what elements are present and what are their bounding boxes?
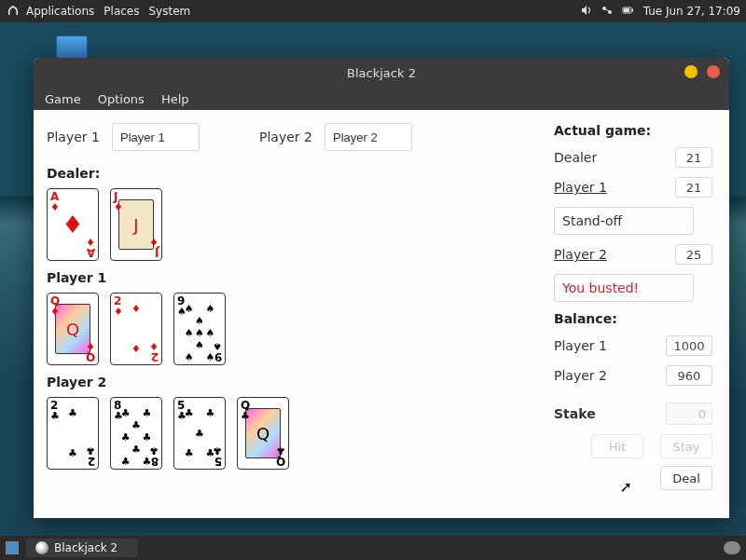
- player2-section-label: Player 2: [47, 375, 541, 389]
- playing-card: A♦A♦♦: [47, 188, 99, 261]
- window-minimize-button[interactable]: [684, 65, 698, 78]
- stay-button[interactable]: Stay: [660, 434, 712, 458]
- balance-player1-label: Player 1: [554, 338, 607, 353]
- playing-card: 2♦2♦♦♦: [110, 293, 162, 365]
- window-title: Blackjack 2: [347, 66, 416, 80]
- system-menu-applications[interactable]: Applications: [26, 5, 94, 18]
- playing-card: 2♣2♣♣♣: [47, 397, 99, 470]
- show-desktop-button[interactable]: [6, 541, 19, 554]
- balance-player2-value: 960: [666, 365, 712, 386]
- menu-game[interactable]: Game: [45, 92, 81, 106]
- app-window: Blackjack 2 Game Options Help Player 1 P…: [34, 58, 729, 518]
- playing-card: 9♠9♠♠♠♠♠♠♠♠♠♠: [173, 293, 226, 365]
- dealer-hand: A♦A♦♦J♦J♦J: [47, 188, 541, 261]
- right-column: Actual game: Dealer 21 Player 1 21 Stand…: [554, 123, 712, 505]
- deal-button[interactable]: Deal: [660, 466, 712, 490]
- player1-hand: Q♦Q♦Q2♦2♦♦♦9♠9♠♠♠♠♠♠♠♠♠♠: [47, 293, 541, 365]
- system-taskbar: Blackjack 2: [0, 536, 746, 560]
- playing-card: J♦J♦J: [110, 188, 162, 261]
- app-menubar: Game Options Help: [34, 88, 729, 110]
- player1-name-label: Player 1: [47, 130, 104, 144]
- player1-name-input[interactable]: [112, 123, 200, 151]
- player2-hand: 2♣2♣♣♣8♣8♣♣♣♣♣♣♣♣♣5♣5♣♣♣♣♣♣Q♣Q♣Q: [47, 397, 541, 470]
- playing-card: Q♣Q♣Q: [237, 397, 289, 470]
- balance-title: Balance:: [554, 311, 712, 326]
- dealer-section-label: Dealer:: [47, 166, 541, 181]
- menu-help[interactable]: Help: [161, 92, 189, 106]
- game-player1-status: Stand-off: [554, 207, 694, 235]
- system-top-panel: Applications Places System Tue Jun 27, 1…: [0, 0, 746, 22]
- titlebar[interactable]: Blackjack 2: [34, 58, 729, 88]
- app-icon: [35, 541, 48, 554]
- game-player1-value: 21: [675, 177, 712, 198]
- tray-icon[interactable]: [724, 541, 740, 554]
- svg-rect-4: [624, 8, 629, 12]
- svg-rect-3: [631, 8, 633, 11]
- game-player2-label[interactable]: Player 2: [554, 247, 607, 262]
- distro-logo-icon[interactable]: [6, 4, 21, 19]
- menu-options[interactable]: Options: [98, 92, 145, 106]
- player1-section-label: Player 1: [47, 270, 541, 285]
- game-player2-value: 25: [675, 244, 712, 265]
- volume-icon[interactable]: [580, 4, 593, 20]
- window-close-button[interactable]: [707, 65, 720, 78]
- taskbar-app-button[interactable]: Blackjack 2: [26, 539, 138, 557]
- taskbar-app-label: Blackjack 2: [54, 541, 117, 554]
- player2-name-label: Player 2: [259, 130, 317, 144]
- actual-game-title: Actual game:: [554, 123, 712, 138]
- player2-name-input[interactable]: [325, 123, 412, 151]
- game-dealer-label: Dealer: [554, 150, 597, 165]
- system-menu-system[interactable]: System: [148, 5, 190, 18]
- game-dealer-value: 21: [675, 147, 712, 168]
- battery-icon[interactable]: [621, 4, 634, 20]
- game-player2-status: You busted!: [554, 274, 694, 302]
- stake-value[interactable]: 0: [666, 403, 712, 425]
- playing-card: 5♣5♣♣♣♣♣♣: [173, 397, 226, 470]
- stake-label: Stake: [554, 406, 596, 421]
- balance-player1-value: 1000: [666, 335, 712, 356]
- game-player1-label[interactable]: Player 1: [554, 180, 607, 195]
- system-menu-places[interactable]: Places: [104, 5, 139, 18]
- hit-button[interactable]: Hit: [591, 434, 643, 458]
- playing-card: 8♣8♣♣♣♣♣♣♣♣♣: [110, 397, 162, 470]
- network-icon[interactable]: [601, 4, 614, 20]
- system-clock[interactable]: Tue Jun 27, 17:09: [643, 5, 740, 18]
- balance-player2-label: Player 2: [554, 368, 607, 383]
- left-column: Player 1 Player 2 Dealer: A♦A♦♦J♦J♦J Pla…: [47, 123, 541, 505]
- playing-card: Q♦Q♦Q: [47, 293, 99, 365]
